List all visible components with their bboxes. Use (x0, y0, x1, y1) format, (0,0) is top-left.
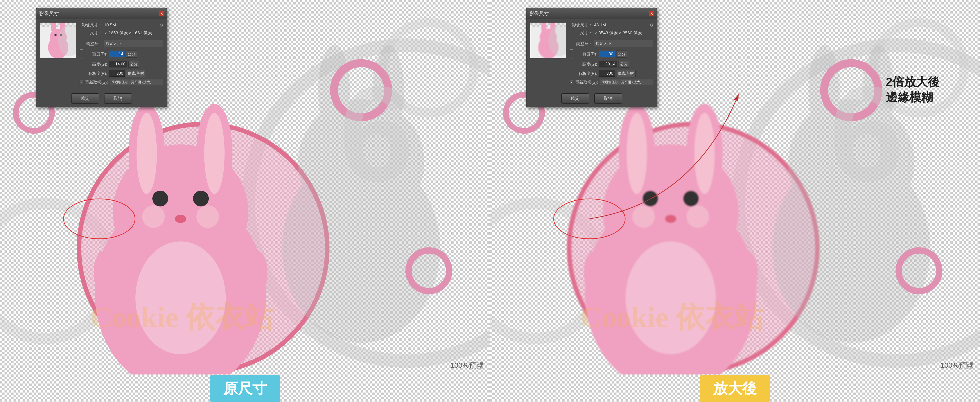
left-width-unit[interactable]: 公分 (126, 51, 137, 57)
left-dimension-row: 尺寸： ✓ 1653 像素 × 1661 像素 (80, 30, 163, 36)
right-resample-row: ✓ 重新取樣(S): 環迴增值法 - 更平滑 (放大) (570, 79, 653, 85)
right-ps-dialog: 影像尺寸 ✕ (526, 8, 657, 107)
svg-point-14 (204, 113, 224, 194)
right-preview-text: 100%預覽 (940, 361, 973, 370)
svg-rect-30 (45, 22, 47, 25)
svg-point-74 (625, 242, 716, 354)
svg-rect-37 (43, 25, 45, 27)
right-dialog-fields: 影像尺寸： 48.1M ⚙ 尺寸： ✓ 3543 像素 × 3560 像素 調整… (570, 22, 653, 87)
right-bottom-label: 放大後 (700, 375, 770, 402)
left-adjust-select[interactable]: 原始大小 (104, 40, 163, 47)
right-width-input[interactable] (599, 51, 615, 57)
right-link-icon (570, 49, 573, 59)
left-gear-icon: ⚙ (159, 22, 163, 28)
right-dialog-footer: 確定 取消 (527, 91, 657, 107)
right-dialog-close[interactable]: ✕ (649, 11, 654, 16)
right-width-row: 寬度(D): 公分 (570, 49, 653, 59)
svg-point-22 (135, 242, 226, 354)
right-dialog-preview (530, 22, 566, 59)
right-bottom-label-container: 放大後 (490, 375, 980, 402)
left-dialog-title: 影像尺寸 (39, 10, 59, 17)
right-confirm-button[interactable]: 確定 (562, 94, 589, 103)
right-cancel-button[interactable]: 取消 (594, 94, 622, 103)
right-resolution-input[interactable] (599, 70, 615, 77)
left-dialog-close[interactable]: ✕ (159, 11, 164, 16)
left-red-oval (63, 199, 135, 239)
svg-rect-88 (562, 22, 564, 25)
right-size-row: 影像尺寸： 48.1M ⚙ (570, 22, 653, 28)
svg-point-16 (193, 191, 209, 207)
right-height-unit[interactable]: 公分 (619, 61, 629, 68)
left-dialog-body: 影像尺寸： 10.5M ⚙ 尺寸： ✓ 1653 像素 × 1661 像素 調整… (36, 19, 167, 91)
right-resolution-unit[interactable]: 像素/英吋 (616, 70, 636, 77)
right-resample-checkbox[interactable]: ✓ (570, 81, 573, 84)
svg-text:Cookie 依衣站: Cookie 依衣站 (90, 301, 274, 334)
svg-rect-82 (535, 22, 537, 25)
right-adjust-select[interactable]: 原始大小 (594, 40, 653, 47)
left-panel: 6 Cookie 依衣站 100%預覽 影像尺寸 ✕ (0, 0, 490, 402)
svg-rect-33 (58, 22, 60, 25)
left-dialog-footer: 確定 取消 (36, 91, 167, 107)
right-dialog-titlebar: 影像尺寸 ✕ (527, 8, 657, 19)
left-confirm-button[interactable]: 確定 (71, 94, 99, 103)
svg-rect-36 (72, 22, 74, 25)
right-width-value-group: 公分 (599, 51, 627, 57)
svg-point-67 (643, 191, 658, 207)
left-size-row: 影像尺寸： 10.5M ⚙ (80, 22, 163, 28)
svg-rect-87 (557, 22, 560, 25)
right-red-oval (553, 199, 625, 239)
left-bottom-label: 原尺寸 (210, 375, 280, 402)
svg-rect-31 (49, 22, 51, 25)
left-resolution-unit[interactable]: 像素/英吋 (126, 70, 146, 77)
left-height-value-group: 公分 (109, 61, 139, 68)
left-link-icon (80, 49, 83, 59)
right-height-row: 高度(G): 公分 (570, 61, 653, 68)
svg-rect-38 (47, 25, 49, 27)
right-width-unit[interactable]: 公分 (616, 51, 627, 57)
left-resample-checkbox[interactable]: ✓ (80, 81, 83, 84)
right-resolution-row: 解析度(R): 像素/英吋 (570, 70, 653, 77)
left-ps-dialog: 影像尺寸 ✕ (36, 8, 167, 107)
right-height-input[interactable] (599, 61, 617, 67)
svg-point-12 (137, 113, 157, 194)
left-preview-text: 100%預覽 (450, 361, 484, 370)
svg-rect-89 (533, 25, 535, 27)
left-resolution-row: 解析度(R): 像素/英吋 (80, 70, 163, 77)
svg-point-15 (152, 191, 168, 207)
right-dimension-row: 尺寸： ✓ 3543 像素 × 3560 像素 (570, 30, 653, 36)
left-cancel-button[interactable]: 取消 (104, 94, 132, 103)
right-resample-select[interactable]: 環迴增值法 - 更平滑 (放大) (600, 79, 653, 85)
svg-point-21 (196, 205, 219, 228)
right-gear-icon: ⚙ (649, 22, 653, 28)
svg-rect-35 (67, 22, 70, 25)
svg-point-49 (54, 34, 57, 36)
svg-point-69 (665, 215, 676, 223)
left-resolution-input[interactable] (109, 70, 125, 77)
svg-text:6: 6 (339, 58, 414, 209)
svg-point-68 (683, 191, 699, 207)
left-dialog-fields: 影像尺寸： 10.5M ⚙ 尺寸： ✓ 1653 像素 × 1661 像素 調整… (80, 22, 163, 87)
left-height-unit[interactable]: 公分 (128, 61, 139, 68)
svg-rect-90 (537, 25, 539, 27)
left-resample-row: ✓ 重新取樣(S): 環迴增值法 - 更平滑 (放大) (80, 79, 163, 85)
svg-rect-85 (548, 22, 550, 25)
left-height-input[interactable] (109, 61, 127, 67)
left-dialog-titlebar: 影像尺寸 ✕ (36, 8, 167, 19)
left-width-row: 寬度(D): 公分 (80, 49, 163, 59)
svg-point-66 (694, 113, 714, 194)
svg-text:Cookie 依衣站: Cookie 依衣站 (581, 301, 764, 334)
left-resolution-value-group: 像素/英吋 (109, 70, 146, 77)
annotation-line2: 邊緣模糊 (886, 90, 939, 105)
left-width-value-group: 公分 (109, 51, 137, 57)
annotation-line1: 2倍放大後 (886, 75, 939, 90)
svg-rect-83 (539, 22, 542, 25)
svg-rect-29 (40, 22, 43, 25)
left-width-input[interactable] (109, 51, 125, 57)
left-resample-select[interactable]: 環迴增值法 - 更平滑 (放大) (110, 79, 163, 85)
svg-point-64 (627, 113, 647, 194)
right-height-value-group: 公分 (599, 61, 629, 68)
right-dialog-title: 影像尺寸 (529, 10, 549, 17)
svg-rect-81 (530, 22, 533, 25)
right-panel: 6 Cookie 依衣站 2倍放大後 邊緣模糊 100%預覽 影像尺寸 ✕ (490, 0, 980, 402)
svg-point-72 (632, 205, 655, 228)
